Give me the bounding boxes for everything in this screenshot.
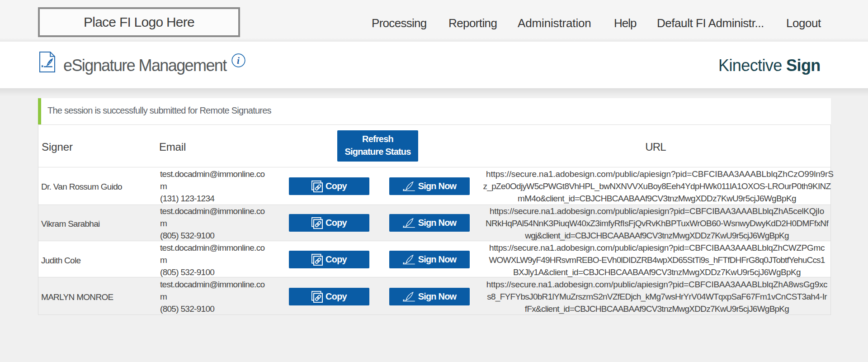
svg-text:i: i: [237, 55, 240, 66]
